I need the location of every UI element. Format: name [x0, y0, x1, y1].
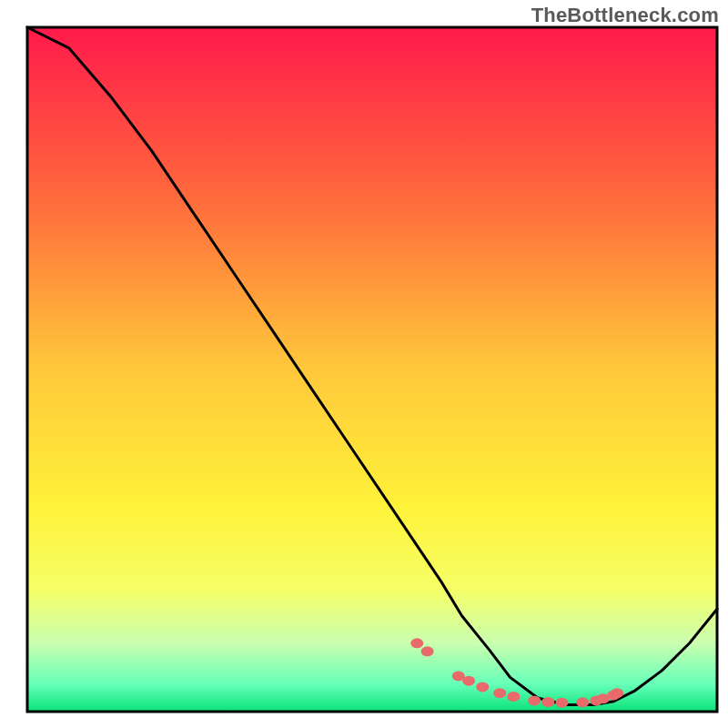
curve-marker — [493, 688, 506, 698]
curve-marker — [410, 638, 423, 648]
bottleneck-chart — [0, 0, 728, 728]
curve-marker — [476, 682, 489, 692]
curve-marker — [541, 697, 554, 707]
curve-marker — [462, 676, 475, 686]
curve-marker — [611, 688, 623, 698]
chart-container: TheBottleneck.com — [0, 0, 728, 728]
curve-marker — [507, 692, 520, 702]
curve-marker — [528, 695, 541, 705]
gradient-background — [27, 27, 717, 712]
curve-marker — [421, 646, 434, 656]
curve-marker — [576, 697, 589, 707]
curve-marker — [555, 698, 568, 708]
